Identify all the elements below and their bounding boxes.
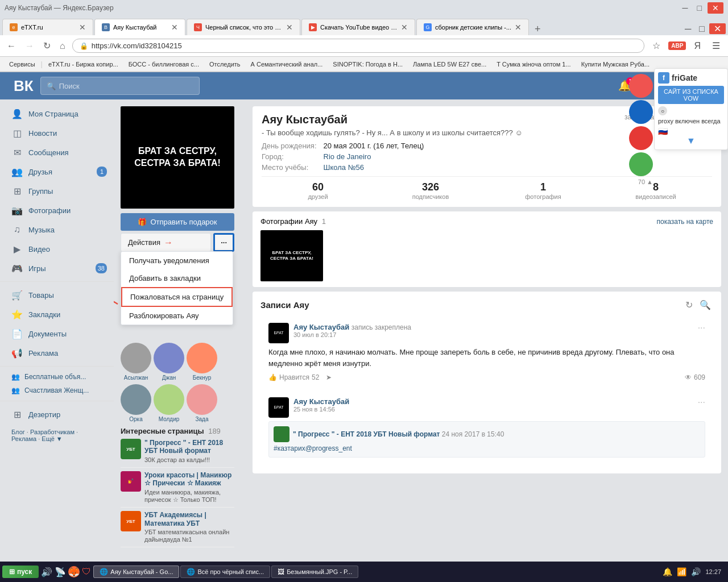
side-avatar-2[interactable] <box>629 100 653 124</box>
friend-item-moldir[interactable]: Молдир <box>154 384 184 422</box>
show-on-map-link[interactable]: показать на карте <box>657 218 714 226</box>
footer-more[interactable]: Ещё ▼ <box>42 435 62 442</box>
address-bar[interactable]: 🔒 https://vk.com/id328104215 <box>72 39 645 53</box>
actions-button[interactable]: Действия → <box>121 233 211 252</box>
tab-vk[interactable]: В Аяу Кыстаубай ✕ <box>94 19 185 35</box>
sidebar-item-bookmarks[interactable]: ⭐ Закладки <box>0 305 114 324</box>
bookmark-track[interactable]: Отследить <box>205 60 245 69</box>
home-button[interactable]: ⌂ <box>57 39 68 53</box>
friend-item-asylzhan[interactable]: Асылжан <box>121 343 151 381</box>
sidebar-item-photos[interactable]: 📷 Фотографии <box>0 201 114 220</box>
post-2-more[interactable]: ··· <box>698 397 705 408</box>
bookmark-lamp[interactable]: Лампа LED 5W E27 све... <box>408 60 491 69</box>
bookmark-star[interactable]: ☆ <box>649 38 664 53</box>
bookmark-boss[interactable]: БОСС - биллинговая с... <box>124 60 204 69</box>
taskbar-item-img[interactable]: 🖼 Безымянный.JPG - P... <box>271 566 358 578</box>
sidebar-item-dessert[interactable]: ⊞ Дезертир <box>0 405 114 424</box>
tab-maximize[interactable]: □ <box>696 24 708 34</box>
bookmark-shirt[interactable]: Купити Мужская Руба... <box>577 60 655 69</box>
sidebar-item-friends[interactable]: 👥 Друзья 1 <box>0 162 114 181</box>
tab-minimize[interactable]: ─ <box>681 24 694 34</box>
taskbar-item-vk[interactable]: 🌐 Аяу Кыстаубай - Go... <box>93 566 179 578</box>
page-item-ubt[interactable]: УБТ УБТ Академиясы | Математика УБТ УБТ … <box>121 511 234 547</box>
start-button[interactable]: ⊞ пуск <box>2 566 39 578</box>
sidebar-item-free-ads[interactable]: 👥 Бесплатные объя... <box>0 370 114 384</box>
menu-button[interactable]: ☰ <box>709 38 723 53</box>
frigate-arrow-down[interactable]: ▼ <box>658 136 724 146</box>
friend-item-zada[interactable]: Зада <box>187 384 217 422</box>
stat-photos[interactable]: 1 фотография <box>487 181 599 200</box>
city-link[interactable]: Rio de Janeiro <box>324 152 371 161</box>
bookmark-services[interactable]: Сервисы <box>5 60 40 69</box>
tab-blacklist[interactable]: Ч Черный список, что это и ... ✕ <box>187 19 300 35</box>
minimize-button[interactable]: ─ <box>679 2 692 14</box>
close-button[interactable]: ✕ <box>708 2 723 14</box>
page-item-beauty[interactable]: 💅 Уроки красоты | Маникюр ☆ Прически ☆ М… <box>121 471 234 508</box>
reload-button[interactable]: ↻ <box>41 38 53 53</box>
post-2-author[interactable]: Аяу Кыстаубай <box>293 397 349 406</box>
post-1-forward[interactable]: ➤ <box>326 373 332 381</box>
sidebar-item-video[interactable]: ▶ Видео <box>0 239 114 259</box>
post-1-like-btn[interactable]: 👍 Нравится 52 <box>268 373 319 381</box>
actions-dots-button[interactable]: ··· <box>213 233 234 252</box>
sidebar-item-ads[interactable]: 📢 Реклама <box>0 343 114 363</box>
tray-icon-volume[interactable]: 🔊 <box>691 567 701 576</box>
tab-vk-close[interactable]: ✕ <box>171 23 178 32</box>
nested-author[interactable]: " Прогресс " - ЕНТ 2018 УБТ Новый формат <box>293 430 440 438</box>
frigate-site-button[interactable]: САЙТ ИЗ СПИСКА VOW <box>658 86 724 104</box>
dropdown-report[interactable]: Пожаловаться на страницу <box>121 287 233 307</box>
side-avatar-3[interactable] <box>629 126 653 150</box>
taskbar-icon-3[interactable]: 🦊 <box>68 566 80 577</box>
abp-icon[interactable]: ABP <box>668 41 686 50</box>
friend-item-beknur[interactable]: Бекнур <box>187 343 217 381</box>
search-posts-button[interactable]: 🔍 <box>697 297 713 313</box>
footer-dev[interactable]: Разработчикам <box>30 429 75 435</box>
sidebar-item-my-page[interactable]: 👤 Моя Страница <box>0 104 114 123</box>
dropdown-bookmark[interactable]: Добавить в закладки <box>121 269 233 287</box>
friend-item-orka[interactable]: Орка <box>121 384 151 422</box>
sidebar-item-happy-woman[interactable]: 👥 Счастливая Женщ... <box>0 384 114 397</box>
profile-button[interactable]: Я <box>690 39 704 53</box>
sidebar-item-messages[interactable]: ✉ Сообщения <box>0 143 114 162</box>
tab-blacklist-close[interactable]: ✕ <box>286 23 293 32</box>
tray-icon-1[interactable]: 🔔 <box>663 567 672 576</box>
tab-google[interactable]: G сборник детские клипы -... ✕ <box>416 19 529 35</box>
post-1-author[interactable]: Аяу Кыстаубай <box>293 323 349 331</box>
sidebar-item-documents[interactable]: 📄 Документы <box>0 324 114 343</box>
page-item-progress[interactable]: УБТ " Прогресс " - ЕНТ 2018 УБТ Новый фо… <box>121 439 234 468</box>
back-button[interactable]: ← <box>5 39 18 53</box>
bookmark-sinoptik[interactable]: SINOPTIK: Погода в Н... <box>328 60 407 69</box>
tab-close-window[interactable]: ✕ <box>709 23 726 34</box>
sidebar-item-news[interactable]: ◫ Новости <box>0 123 114 143</box>
tab-google-close[interactable]: ✕ <box>515 23 522 32</box>
new-tab-button[interactable]: + <box>530 23 545 35</box>
forward-button[interactable]: → <box>23 39 36 53</box>
nested-tag[interactable]: #казтарих@progress_ent <box>274 444 352 452</box>
tab-etxt-close[interactable]: ✕ <box>79 23 86 32</box>
taskbar-icon-4[interactable]: 🛡 <box>82 567 91 577</box>
maximize-button[interactable]: □ <box>694 2 705 14</box>
side-avatar-4[interactable] <box>629 152 653 176</box>
tab-youtube-close[interactable]: ✕ <box>401 23 408 32</box>
school-link[interactable]: Школа №56 <box>324 163 365 172</box>
dropdown-notify[interactable]: Получать уведомления <box>121 252 233 269</box>
vk-logo[interactable]: ВК <box>14 77 34 95</box>
post-1-more[interactable]: ··· <box>698 323 705 333</box>
footer-blog[interactable]: Блог <box>11 429 25 435</box>
stat-friends[interactable]: 60 друзей <box>262 181 374 200</box>
tab-etxt[interactable]: e eTXT.ru ✕ <box>2 19 93 35</box>
sidebar-item-groups[interactable]: ⊞ Группы <box>0 181 114 201</box>
side-avatar-1[interactable] <box>629 74 653 98</box>
search-input[interactable] <box>59 82 193 90</box>
stat-subscribers[interactable]: 326 подписчиков <box>374 181 487 200</box>
sidebar-item-goods[interactable]: 🛒 Товары <box>0 285 114 305</box>
friend-item-djan[interactable]: Джан <box>154 343 184 381</box>
stat-videos[interactable]: 8 видеозаписей <box>599 181 712 200</box>
tray-icon-2[interactable]: 📶 <box>677 567 686 576</box>
sidebar-item-games[interactable]: 🎮 Игры 38 <box>0 259 114 278</box>
photo-thumb-1[interactable]: БРАТ ЗА СЕСТРУ, СЕСТРА ЗА БРАТА! <box>260 230 323 281</box>
bookmark-etxt[interactable]: eTXT.ru - Биржа копир... <box>44 60 123 69</box>
dropdown-unblock[interactable]: Разблокировать Аяу <box>121 307 233 325</box>
taskbar-item-blacklist[interactable]: 🌐 Всё про чёрный спис... <box>180 566 270 578</box>
bookmark-bag[interactable]: T Сумка жіноча оптом 1... <box>492 60 575 69</box>
